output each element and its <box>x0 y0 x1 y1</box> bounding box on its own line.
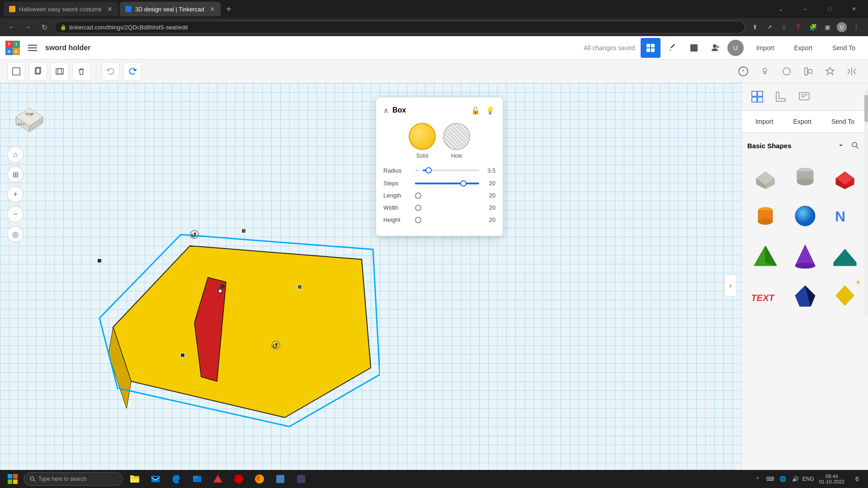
url-bar[interactable]: 🔒 tinkercad.com/things/2QDcBd8hhdS-seal/… <box>54 21 745 33</box>
export-button[interactable]: Export <box>787 41 819 55</box>
shape-pyramid-green[interactable] <box>747 238 783 274</box>
steps-slider[interactable] <box>415 183 479 184</box>
mirror-button[interactable] <box>843 62 861 80</box>
tab-2-close[interactable]: ✕ <box>210 5 215 13</box>
align-button[interactable] <box>799 62 817 80</box>
show-hidden-icons[interactable]: ^ <box>752 474 763 484</box>
shape-diamond-yellow[interactable]: ★ <box>827 277 863 314</box>
shapes-panel-tab[interactable] <box>747 87 767 107</box>
shape-text-red[interactable]: TEXT <box>747 277 783 314</box>
rotate-handle-top[interactable]: ↺ <box>190 230 199 239</box>
panel-collapse-button[interactable]: ∧ <box>383 106 389 115</box>
new-tab-button[interactable]: + <box>222 3 235 15</box>
shapes-dropdown[interactable] <box>837 142 844 149</box>
rulers-panel-tab[interactable] <box>771 87 791 107</box>
taskbar-app9[interactable] <box>291 470 311 488</box>
taskbar-explorer[interactable] <box>125 470 145 488</box>
tab-1-close[interactable]: ✕ <box>107 5 113 13</box>
user-avatar[interactable]: U <box>727 40 744 56</box>
simulate-button[interactable] <box>684 38 704 58</box>
shape-roof-teal[interactable] <box>827 238 863 274</box>
import-btn[interactable]: Import <box>748 114 781 129</box>
refresh-button[interactable]: ↻ <box>38 21 51 33</box>
taskbar-firefox[interactable] <box>250 470 269 488</box>
new-shape-button[interactable] <box>7 62 25 80</box>
share-icon[interactable]: ↗ <box>763 21 776 33</box>
panel-expand-button[interactable]: › <box>724 275 737 296</box>
volume-icon[interactable]: 🔊 <box>790 474 801 484</box>
canvas-area[interactable]: ↺ ↺ TOP LEFT ⌂ ⊞ + − ◎ Settings Snap G <box>0 83 741 488</box>
shape-box-red[interactable] <box>827 158 863 194</box>
import-button[interactable]: Import <box>749 41 782 55</box>
shape-sphere-blue[interactable] <box>787 198 823 234</box>
taskbar-edge[interactable] <box>166 470 186 488</box>
taskbar-search[interactable]: Type here to search <box>24 472 123 486</box>
duplicate-button[interactable] <box>51 62 69 80</box>
fit-view-button[interactable]: ⊞ <box>7 166 24 183</box>
minimize-button[interactable]: ─ <box>795 2 816 16</box>
comment-button[interactable] <box>734 62 752 80</box>
solid-option[interactable]: Solid <box>409 123 436 159</box>
hole-option[interactable]: Hole <box>443 123 470 159</box>
extension-icon-1[interactable]: T <box>792 21 805 33</box>
home-view-button[interactable]: ⌂ <box>7 146 24 163</box>
system-time[interactable]: 08:44 01-10-2022 <box>816 474 848 484</box>
user-profile-icon[interactable]: U <box>835 21 848 33</box>
shapes-search-button[interactable] <box>848 138 863 153</box>
delete-button[interactable] <box>72 62 90 80</box>
lock-icon[interactable]: 🔓 <box>470 105 481 116</box>
shape-text-blue[interactable]: N <box>827 198 863 234</box>
shape-cylinder-orange[interactable] <box>747 198 783 234</box>
redo-button[interactable] <box>123 62 142 80</box>
codeblocks-button[interactable] <box>662 38 682 58</box>
eng-indicator[interactable]: ENG <box>803 474 814 484</box>
chevron-down-button[interactable]: ⌄ <box>770 2 791 16</box>
undo-button[interactable] <box>102 62 120 80</box>
shape-cone-purple[interactable] <box>787 238 823 274</box>
send-to-button[interactable]: Send To <box>825 41 863 55</box>
tab-1[interactable]: Halloween easy sword costume ✕ <box>4 2 118 16</box>
length-circle[interactable] <box>415 192 421 199</box>
scrollbar-thumb[interactable] <box>864 95 868 122</box>
height-circle[interactable] <box>415 217 421 223</box>
star-icon[interactable]: ☆ <box>778 21 790 33</box>
menu-icon[interactable]: ⋮ <box>850 21 863 33</box>
taskbar-app4[interactable] <box>187 470 207 488</box>
perspective-button[interactable]: ◎ <box>7 226 24 242</box>
grid-view-button[interactable] <box>641 38 660 58</box>
keyboard-icon[interactable]: ⌨ <box>765 474 776 484</box>
send-to-btn[interactable]: Send To <box>824 114 862 129</box>
export-btn[interactable]: Export <box>786 114 819 129</box>
screen-capture-icon[interactable]: ⬆ <box>749 21 761 33</box>
radius-slider[interactable] <box>423 169 479 171</box>
taskbar-app5[interactable] <box>208 470 228 488</box>
puzzle-icon[interactable]: 🧩 <box>807 21 819 33</box>
hamburger-menu[interactable] <box>25 41 40 55</box>
sidebar-icon[interactable]: ▣ <box>821 21 834 33</box>
maximize-button[interactable]: □ <box>819 2 840 16</box>
forward-button[interactable]: → <box>22 21 34 33</box>
taskbar-app8[interactable] <box>270 470 290 488</box>
close-button[interactable]: ✕ <box>844 2 864 16</box>
back-button[interactable]: ← <box>5 21 18 33</box>
light-icon[interactable]: 💡 <box>485 105 495 116</box>
shape-tool-button[interactable] <box>778 62 796 80</box>
shape-cylinder-gray[interactable] <box>787 158 823 194</box>
paste-button[interactable] <box>29 62 47 80</box>
notes-panel-tab[interactable] <box>794 87 814 107</box>
notifications-button[interactable]: 6 <box>850 470 864 488</box>
add-user-button[interactable] <box>706 38 726 58</box>
zoom-out-button[interactable]: − <box>7 206 24 222</box>
taskbar-app6[interactable] <box>229 470 249 488</box>
radius-minus[interactable]: − <box>415 166 419 174</box>
shape-prism-blue[interactable] <box>787 277 823 314</box>
light-bulb-button[interactable] <box>756 62 774 80</box>
rotate-handle-bottom-right[interactable]: ↺ <box>271 341 280 350</box>
width-circle[interactable] <box>415 205 421 211</box>
network-icon[interactable]: 🌐 <box>778 474 788 484</box>
group-button[interactable] <box>821 62 839 80</box>
taskbar-outlook[interactable] <box>146 470 165 488</box>
start-button[interactable] <box>4 470 22 488</box>
zoom-in-button[interactable]: + <box>7 186 24 202</box>
shape-box-gray[interactable] <box>747 158 783 194</box>
